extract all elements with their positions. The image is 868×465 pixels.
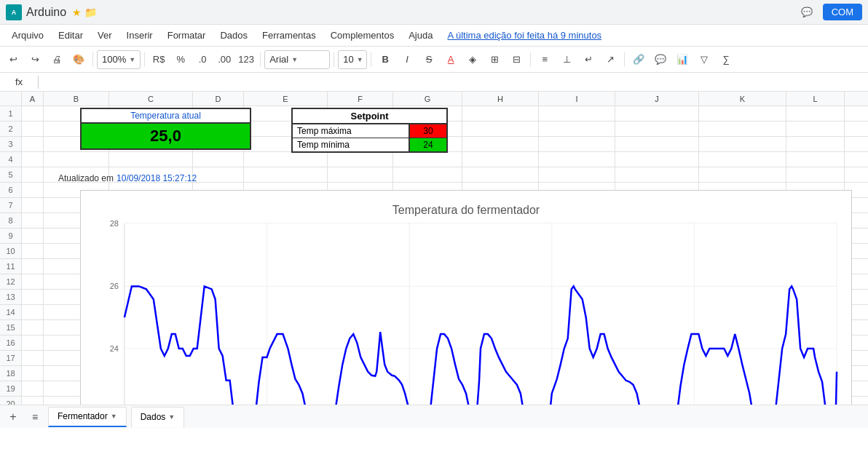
percent-button[interactable]: % <box>170 49 191 70</box>
chart-title: Temperatura do fermentador <box>392 204 540 216</box>
cell-I1[interactable] <box>539 106 615 121</box>
comment-button[interactable]: 💬 <box>650 49 671 70</box>
app-logo: A <box>6 4 22 20</box>
menu-ferramentas[interactable]: Ferramentas <box>256 27 322 44</box>
menu-ajuda[interactable]: Ajuda <box>403 27 438 44</box>
align-button[interactable]: ≡ <box>534 49 555 70</box>
menu-arquivo[interactable]: Arquivo <box>6 27 50 44</box>
separator-7 <box>624 52 625 67</box>
decimal1-button[interactable]: .0 <box>192 49 213 70</box>
rotate-button[interactable]: ↗ <box>600 49 620 70</box>
sheet-tab-fermentador[interactable]: Fermentador ▼ <box>48 407 127 427</box>
borders-button[interactable]: ⊞ <box>484 49 505 70</box>
link-button[interactable]: 🔗 <box>628 49 649 70</box>
function-button[interactable]: ∑ <box>716 49 736 70</box>
separator-6 <box>530 52 531 67</box>
col-header-I[interactable]: I <box>539 92 615 106</box>
font-name-value: Arial <box>269 54 288 65</box>
col-header-E[interactable]: E <box>244 92 328 106</box>
svg-text:26: 26 <box>110 282 119 290</box>
valign-button[interactable]: ⊥ <box>556 49 577 70</box>
folder-icon[interactable]: 📁 <box>84 7 97 18</box>
zoom-arrow: ▼ <box>129 56 135 63</box>
font-size-value: 10 <box>343 54 353 65</box>
cell-L1[interactable] <box>786 106 845 121</box>
comment-icon[interactable]: 💬 <box>797 2 817 23</box>
merge-button[interactable]: ⊟ <box>506 49 526 70</box>
menu-ver[interactable]: Ver <box>92 27 118 44</box>
col-header-K[interactable]: K <box>699 92 786 106</box>
decimal2-button[interactable]: .00 <box>214 49 234 70</box>
col-header-G[interactable]: G <box>393 92 462 106</box>
menu-bar: Arquivo Editar Ver Inserir Formatar Dado… <box>0 25 868 47</box>
svg-text:28: 28 <box>110 219 119 228</box>
svg-text:24: 24 <box>110 344 119 353</box>
star-icon[interactable]: ★ <box>72 7 82 18</box>
highlight-button[interactable]: ◈ <box>462 49 483 70</box>
currency-button[interactable]: R$ <box>149 49 169 70</box>
menu-complementos[interactable]: Complementos <box>325 27 400 44</box>
cell-J1[interactable] <box>615 106 699 121</box>
sheet-menu-button[interactable]: ≡ <box>26 408 44 426</box>
menu-editar[interactable]: Editar <box>52 27 89 44</box>
paint-format-button[interactable]: 🎨 <box>68 49 89 70</box>
title-bar: A Arduino ★ 📁 💬 COM <box>0 0 868 25</box>
font-name-dropdown[interactable]: Arial ▼ <box>264 50 330 69</box>
menu-dados[interactable]: Dados <box>214 27 253 44</box>
temp-atual-box: Temperatura atual 25,0 <box>80 108 251 150</box>
bold-button[interactable]: B <box>375 49 395 70</box>
temp-atual-header: Temperatura atual <box>82 109 250 124</box>
chart-svg: Temperatura do fermentador 20 22 24 26 2… <box>81 191 851 428</box>
undo-button[interactable]: ↩ <box>3 49 23 70</box>
col-header-A[interactable]: A <box>22 92 44 106</box>
italic-button[interactable]: I <box>397 49 417 70</box>
spreadsheet-body: A B C D E F G H I J K L 1 2 3 4 <box>0 92 868 428</box>
temp-label: Temperatura <box>130 111 182 121</box>
zoom-value: 100% <box>102 54 126 65</box>
cell-K1[interactable] <box>699 106 786 121</box>
sheet-tab-dados[interactable]: Dados ▼ <box>131 407 185 427</box>
col-header-B[interactable]: B <box>44 92 109 106</box>
chart-button[interactable]: 📊 <box>672 49 693 70</box>
separator-1 <box>92 52 93 67</box>
title-right: 💬 COM <box>797 2 862 23</box>
separator-2 <box>144 52 145 67</box>
cell-A1[interactable] <box>22 106 44 121</box>
menu-formatar[interactable]: Formatar <box>162 27 212 44</box>
add-sheet-button[interactable]: + <box>4 408 22 426</box>
strikethrough-button[interactable]: S <box>419 49 439 70</box>
corner-header <box>0 92 22 106</box>
setpoint-min-value[interactable]: 24 <box>410 138 446 151</box>
menu-inserir[interactable]: Inserir <box>121 27 159 44</box>
col-header-F[interactable]: F <box>328 92 393 106</box>
toolbar: ↩ ↪ 🖨 🎨 100% ▼ R$ % .0 .00 123 Arial ▼ 1… <box>0 47 868 73</box>
cell-reference[interactable]: fx <box>4 76 33 87</box>
col-header-D[interactable]: D <box>193 92 244 106</box>
col-header-C[interactable]: C <box>109 92 193 106</box>
autosave-text: A última edição foi feita há 9 minutos <box>447 30 601 41</box>
setpoint-max-value[interactable]: 30 <box>410 124 446 138</box>
font-size-arrow: ▼ <box>357 56 363 63</box>
temp-atual-value[interactable]: 25,0 <box>82 124 250 148</box>
col-header-L[interactable]: L <box>786 92 845 106</box>
setpoint-max-label: Temp máxima <box>293 124 410 138</box>
font-size-dropdown[interactable]: 10 ▼ <box>338 50 367 69</box>
temp-atual-label: atual <box>182 111 201 121</box>
separator-3 <box>260 52 261 67</box>
col-header-H[interactable]: H <box>462 92 539 106</box>
zoom-dropdown[interactable]: 100% ▼ <box>97 50 141 69</box>
cell-H1[interactable] <box>462 106 539 121</box>
separator-4 <box>334 52 334 67</box>
wrap-button[interactable]: ↵ <box>578 49 599 70</box>
decimal3-button[interactable]: 123 <box>236 49 256 70</box>
col-header-J[interactable]: J <box>615 92 699 106</box>
text-color-button[interactable]: A <box>441 49 461 70</box>
redo-button[interactable]: ↪ <box>25 49 45 70</box>
setpoint-box: Setpoint Temp máxima 30 Temp mínima 24 <box>291 108 448 153</box>
con-button[interactable]: COM <box>823 4 862 20</box>
setpoint-header: Setpoint <box>293 109 446 124</box>
print-button[interactable]: 🖨 <box>47 49 67 70</box>
formula-input[interactable] <box>43 75 864 89</box>
formula-separator <box>38 76 39 89</box>
filter-button[interactable]: ▽ <box>694 49 714 70</box>
